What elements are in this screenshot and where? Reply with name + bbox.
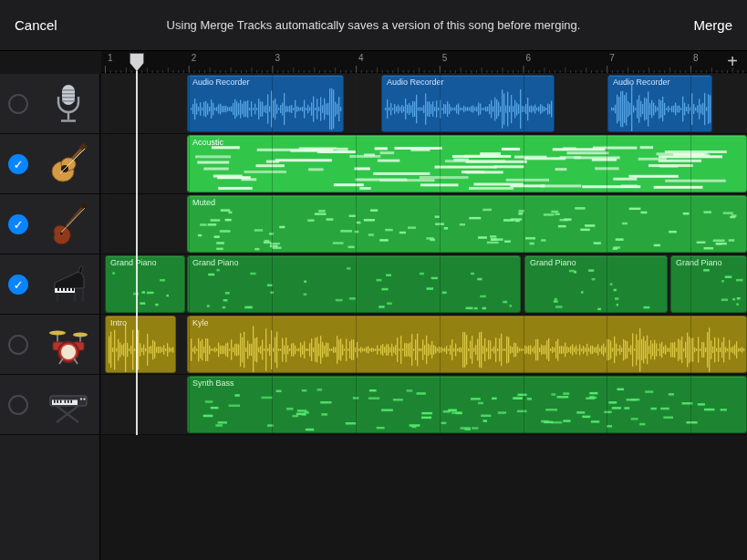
playhead-line — [136, 70, 138, 435]
microphone-icon — [37, 83, 99, 125]
track-select-checkbox[interactable] — [8, 395, 28, 415]
region-label: Kyle — [192, 318, 209, 327]
bar-gridline-overlay — [356, 74, 357, 435]
track-header-drums[interactable] — [0, 315, 99, 375]
track-header-audio-recorder[interactable] — [0, 74, 99, 134]
track-header-sidebar: ✓✓✓ — [0, 74, 100, 560]
garageband-merge-tracks-screen: Cancel Using Merge Tracks automatically … — [0, 0, 747, 560]
region-kyle[interactable]: Kyle — [187, 316, 747, 373]
add-bars-plus-button[interactable]: + — [722, 51, 742, 73]
region-grand-piano[interactable]: Grand Piano — [105, 255, 185, 313]
lane-audio-recorder: Audio RecorderAudio RecorderAudio Record… — [101, 74, 747, 134]
track-select-checkbox[interactable] — [8, 335, 28, 355]
ruler-bar-number: 1 — [108, 53, 113, 63]
lane-grand-piano: Grand PianoGrand PianoGrand PianoGrand P… — [101, 254, 747, 315]
bass-guitar-icon — [37, 203, 99, 245]
lane-drums: IntroKyle — [101, 315, 747, 375]
region-label: Acoustic — [192, 138, 223, 147]
region-acoustic[interactable]: Acoustic — [187, 135, 747, 192]
region-label: Audio Recorder — [387, 78, 444, 87]
ruler-bar-number: 5 — [442, 53, 448, 63]
bar-gridline-overlay — [440, 74, 441, 435]
region-audio-recorder[interactable]: Audio Recorder — [381, 75, 555, 132]
bar-gridline-overlay — [690, 74, 691, 435]
timeline-ruler[interactable]: 12345678 — [101, 51, 747, 73]
ruler-bar-number: 7 — [609, 53, 615, 63]
track-select-checkbox[interactable]: ✓ — [8, 214, 28, 234]
lane-synth-bass: Synth Bass — [101, 375, 747, 435]
merge-button[interactable]: Merge — [693, 17, 732, 33]
track-lanes: Audio RecorderAudio RecorderAudio Record… — [101, 74, 747, 435]
region-synth-bass[interactable]: Synth Bass — [187, 376, 747, 433]
region-grand-piano[interactable]: Grand Piano — [187, 255, 521, 313]
track-header-bass[interactable]: ✓ — [0, 194, 99, 254]
ruler-bar-number: 2 — [192, 53, 197, 63]
region-audio-recorder[interactable]: Audio Recorder — [607, 75, 712, 132]
keyboard-icon — [37, 384, 99, 426]
ruler-bar-number: 4 — [358, 53, 364, 63]
region-label: Intro — [110, 318, 127, 327]
bar-gridline-overlay — [272, 74, 273, 435]
merge-info-message: Using Merge Tracks automatically saves a… — [0, 18, 747, 32]
track-header-grand-piano[interactable]: ✓ — [0, 254, 99, 315]
region-label: Grand Piano — [110, 258, 157, 267]
grand-piano-icon — [37, 264, 99, 305]
bar-gridline-overlay — [189, 74, 190, 435]
track-select-checkbox[interactable] — [8, 94, 28, 114]
region-grand-piano[interactable]: Grand Piano — [670, 255, 747, 313]
cancel-button[interactable]: Cancel — [15, 17, 57, 33]
track-select-checkbox[interactable]: ✓ — [8, 154, 28, 174]
ruler-bar-number: 8 — [693, 53, 699, 63]
region-grand-piano[interactable]: Grand Piano — [524, 255, 668, 313]
region-audio-recorder[interactable]: Audio Recorder — [187, 75, 344, 132]
lane-acoustic: Acoustic — [101, 134, 747, 194]
top-toolbar: Cancel Using Merge Tracks automatically … — [0, 0, 747, 51]
region-muted[interactable]: Muted — [187, 195, 747, 253]
ruler-bar-number: 3 — [275, 53, 280, 63]
region-label: Grand Piano — [676, 258, 722, 267]
drum-kit-icon — [37, 324, 99, 366]
acoustic-guitar-icon — [37, 143, 99, 185]
track-select-checkbox[interactable]: ✓ — [8, 275, 28, 295]
ruler-ticks — [101, 51, 747, 73]
region-label: Audio Recorder — [192, 78, 250, 87]
region-label: Audio Recorder — [613, 78, 670, 87]
region-label: Synth Bass — [192, 379, 234, 388]
region-label: Muted — [192, 198, 215, 207]
bar-gridline-overlay — [607, 74, 607, 435]
region-intro[interactable]: Intro — [105, 316, 176, 373]
bar-gridline-overlay — [105, 74, 106, 435]
track-header-synth-bass[interactable] — [0, 375, 99, 435]
track-header-acoustic[interactable]: ✓ — [0, 134, 99, 194]
ruler-bar-number: 6 — [526, 53, 532, 63]
lane-bass: Muted — [101, 194, 747, 254]
region-label: Grand Piano — [530, 258, 576, 267]
region-label: Grand Piano — [192, 258, 239, 267]
bar-gridline-overlay — [524, 74, 524, 435]
